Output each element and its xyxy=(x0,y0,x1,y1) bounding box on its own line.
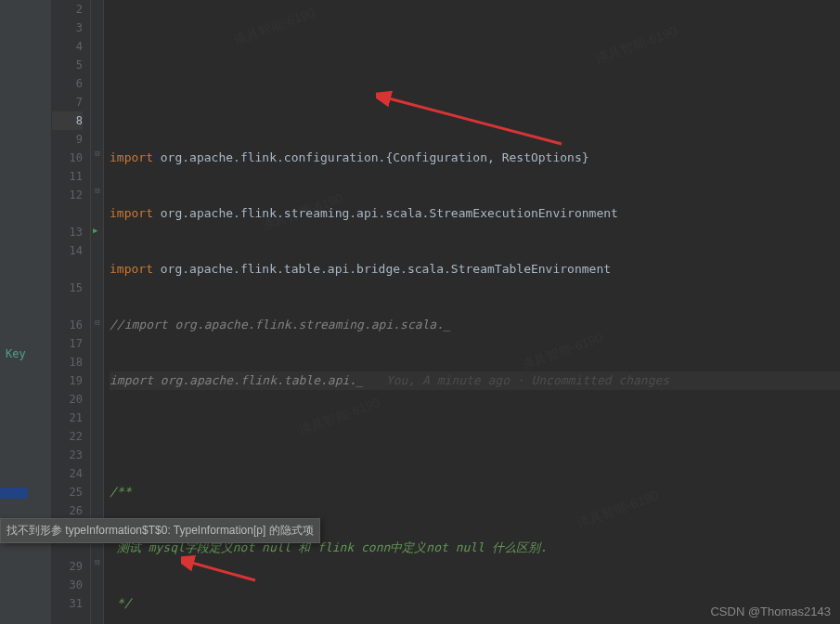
line-num[interactable]: 15 xyxy=(52,279,83,297)
line-num[interactable]: 12 xyxy=(52,186,83,204)
line-num[interactable]: 6 xyxy=(52,74,83,93)
line-num[interactable]: 8 xyxy=(52,111,83,130)
sidebar-active-marker xyxy=(0,488,28,499)
line-num[interactable]: 18 xyxy=(52,353,83,371)
code-line: //import org.apache.flink.streaming.api.… xyxy=(110,316,840,334)
fold-toggle-icon[interactable]: ⊟ xyxy=(93,557,102,566)
line-num[interactable]: 21 xyxy=(52,409,83,427)
line-num[interactable]: 23 xyxy=(52,446,83,464)
line-num[interactable]: 29 xyxy=(52,557,83,576)
line-num[interactable]: 14 xyxy=(52,241,83,260)
line-num[interactable] xyxy=(52,204,83,223)
run-gutter-icon[interactable]: ▶ xyxy=(93,226,97,235)
line-num[interactable]: 19 xyxy=(52,371,83,390)
line-num[interactable]: 9 xyxy=(52,130,83,149)
fold-toggle-icon[interactable]: ⊟ xyxy=(93,149,102,158)
code-line: /** xyxy=(110,483,840,501)
line-num[interactable]: 26 xyxy=(52,501,83,520)
code-line-active: import org.apache.flink.table.api._You, … xyxy=(110,371,840,390)
sidebar-key-label: Key xyxy=(6,347,26,360)
fold-toggle-icon[interactable]: ⊟ xyxy=(93,318,102,327)
fold-toggle-icon[interactable]: ⊟ xyxy=(93,186,102,195)
line-num[interactable]: 2 xyxy=(52,0,83,19)
line-num[interactable]: 4 xyxy=(52,37,83,56)
line-num[interactable]: 3 xyxy=(52,19,83,37)
line-num[interactable]: 7 xyxy=(52,93,83,111)
line-num[interactable]: 5 xyxy=(52,56,83,74)
line-num[interactable] xyxy=(52,297,83,316)
line-num[interactable]: 17 xyxy=(52,334,83,353)
code-line: import org.apache.flink.streaming.api.sc… xyxy=(110,204,840,223)
line-num[interactable]: 20 xyxy=(52,390,83,409)
code-line: import org.apache.flink.configuration.{C… xyxy=(110,149,840,167)
line-num[interactable]: 13 xyxy=(52,223,83,241)
attribution-text: CSDN @Thomas2143 xyxy=(710,604,831,618)
line-num[interactable]: 31 xyxy=(52,594,83,613)
line-num[interactable]: 10 xyxy=(52,149,83,167)
line-num[interactable]: 24 xyxy=(52,464,83,483)
line-num[interactable] xyxy=(52,260,83,279)
git-blame-hint: You, A minute ago · Uncommitted changes xyxy=(364,373,669,387)
error-tooltip: 找不到形参 typeInformation$T$0: TypeInformati… xyxy=(0,518,320,543)
code-line: import org.apache.flink.table.api.bridge… xyxy=(110,260,840,279)
line-num[interactable]: 16 xyxy=(52,316,83,334)
line-num[interactable]: 11 xyxy=(52,167,83,186)
line-num[interactable]: 25 xyxy=(52,483,83,501)
line-num[interactable]: 22 xyxy=(52,427,83,446)
line-num[interactable]: 30 xyxy=(52,576,83,594)
